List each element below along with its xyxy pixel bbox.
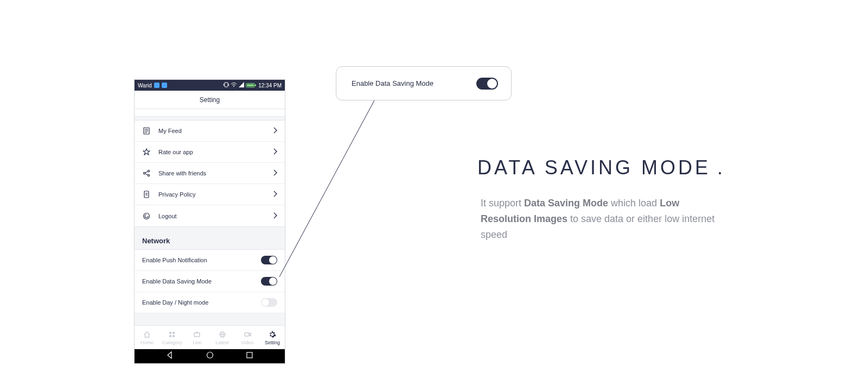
svg-point-13 (143, 172, 145, 174)
logout-icon (142, 212, 151, 220)
menu-item-rate-app[interactable]: Rate our app (135, 142, 285, 163)
menu-item-label: My Feed (158, 128, 273, 134)
vibrate-icon (224, 82, 229, 89)
clock-label: 12:34 PM (258, 83, 282, 89)
nav-label: Setting (265, 340, 280, 345)
chevron-right-icon (273, 212, 277, 220)
menu-item-my-feed[interactable]: My Feed (135, 121, 285, 142)
nav-live[interactable]: Live (184, 326, 209, 349)
chevron-right-icon (273, 148, 277, 156)
desc-bold: Data Saving Mode (524, 198, 608, 209)
document-icon (142, 190, 151, 199)
svg-rect-32 (247, 352, 252, 358)
chevron-right-icon (273, 169, 277, 177)
card-top-sliver (135, 109, 285, 117)
svg-rect-2 (225, 83, 228, 87)
wifi-icon (231, 82, 237, 89)
connector-line (279, 100, 382, 280)
desc-part: It support (481, 198, 524, 209)
svg-point-15 (148, 174, 149, 176)
phone-mock: Warid 12:34 PM Setting (134, 79, 285, 364)
settings-scroll[interactable]: My Feed Rate our app Share with friends (135, 109, 285, 325)
svg-rect-25 (173, 335, 175, 337)
toggle-row-data-saving: Enable Data Saving Mode (135, 271, 285, 292)
section-title-network: Network (135, 231, 285, 249)
svg-point-31 (207, 352, 213, 358)
svg-rect-23 (173, 332, 175, 334)
menu-item-label: Logout (158, 213, 273, 219)
status-bar: Warid 12:34 PM (135, 80, 285, 91)
toggle-label: Enable Push Notification (142, 257, 207, 263)
push-notification-toggle[interactable] (261, 256, 277, 264)
tv-icon (193, 330, 201, 339)
signal-icon (239, 82, 244, 89)
nav-label: Live (193, 340, 202, 345)
svg-point-5 (233, 86, 234, 87)
globe-icon (218, 330, 227, 339)
home-circle-icon[interactable] (206, 351, 214, 362)
status-indicator-icon (162, 83, 167, 88)
svg-rect-24 (169, 335, 171, 337)
feature-description: It support Data Saving Mode which load L… (481, 195, 725, 242)
carrier-label: Warid (138, 83, 152, 89)
svg-line-16 (145, 172, 148, 173)
svg-rect-7 (247, 84, 254, 86)
menu-item-share[interactable]: Share with friends (135, 163, 285, 184)
svg-rect-18 (144, 191, 149, 198)
video-icon (243, 330, 252, 339)
nav-label: Home (141, 340, 154, 345)
status-indicator-icon (154, 83, 159, 88)
svg-line-17 (145, 174, 148, 175)
svg-rect-8 (255, 85, 256, 86)
desc-part: which load (608, 198, 660, 209)
svg-rect-0 (154, 83, 159, 88)
day-night-toggle[interactable] (261, 298, 277, 307)
menu-item-privacy[interactable]: Privacy Policy (135, 184, 285, 205)
headline-dot: . (717, 156, 725, 179)
general-menu-card: My Feed Rate our app Share with friends (135, 120, 285, 227)
network-toggle-card: Enable Push Notification Enable Data Sav… (135, 249, 285, 313)
nav-video[interactable]: Video (235, 326, 260, 349)
svg-point-21 (144, 213, 150, 219)
svg-rect-30 (245, 333, 249, 336)
chevron-right-icon (273, 127, 277, 135)
svg-point-14 (148, 170, 149, 172)
callout-label: Enable Data Saving Mode (352, 79, 433, 87)
share-icon (142, 169, 151, 178)
nav-latest[interactable]: Latest (210, 326, 235, 349)
menu-item-logout[interactable]: Logout (135, 205, 285, 226)
app-header: Setting (135, 91, 285, 109)
toggle-label: Enable Data Saving Mode (142, 278, 212, 285)
callout-data-saving: Enable Data Saving Mode (336, 66, 512, 100)
nav-home[interactable]: Home (135, 326, 159, 349)
menu-item-label: Share with friends (158, 170, 273, 176)
star-icon (142, 148, 151, 156)
bottom-nav: Home Category Live Latest Video Setting (135, 325, 285, 349)
data-saving-toggle[interactable] (261, 277, 277, 286)
gear-icon (268, 330, 277, 339)
toggle-row-push: Enable Push Notification (135, 250, 285, 271)
feature-headline: DATA SAVING MODE. (477, 156, 725, 179)
android-nav-bar (135, 349, 285, 363)
chevron-right-icon (273, 191, 277, 198)
svg-rect-26 (194, 333, 200, 337)
nav-category[interactable]: Category (159, 326, 184, 349)
feed-icon (142, 127, 151, 135)
menu-item-label: Rate our app (158, 149, 273, 155)
menu-item-label: Privacy Policy (158, 191, 273, 198)
svg-rect-1 (162, 83, 167, 88)
back-icon[interactable] (165, 351, 174, 362)
nav-label: Category (162, 340, 182, 345)
nav-label: Latest (215, 340, 229, 345)
headline-text: DATA SAVING MODE (477, 156, 711, 179)
nav-setting[interactable]: Setting (260, 326, 285, 349)
grid-icon (168, 330, 176, 339)
home-icon (143, 330, 151, 339)
toggle-row-day-night: Enable Day / Night mode (135, 292, 285, 313)
battery-icon (246, 83, 257, 88)
callout-toggle[interactable] (476, 78, 498, 90)
svg-line-33 (279, 100, 374, 277)
page-title: Setting (200, 96, 220, 104)
recent-apps-icon[interactable] (245, 351, 254, 362)
svg-rect-22 (169, 332, 171, 334)
